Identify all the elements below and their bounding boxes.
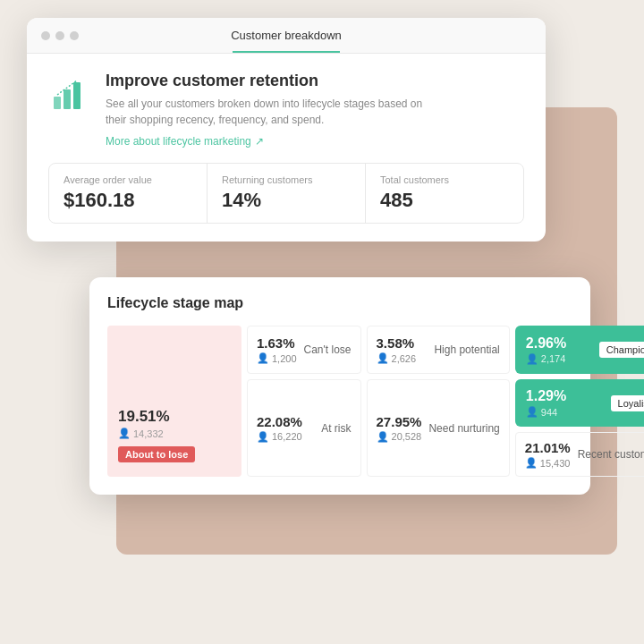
title-bar: Customer breakdown	[27, 18, 546, 54]
about-to-lose-count: 👤 14,332	[118, 428, 231, 439]
cant-lose-data: 1.63% 👤 1,200	[257, 335, 297, 364]
loyalists-percent: 1.29%	[526, 388, 566, 404]
svg-rect-2	[73, 82, 80, 109]
cant-lose-label: Can't lose	[304, 343, 352, 356]
right-col-bottom: 1.29% 👤 944 Loyalists 21.01% 👤 15,430	[515, 379, 644, 477]
loyalists-data: 1.29% 👤 944	[526, 388, 566, 418]
champions-cell: 2.96% 👤 2,174 Champions	[515, 326, 644, 374]
title-underline	[233, 51, 340, 53]
header-description: See all your customers broken down into …	[106, 96, 445, 128]
need-nurturing-count: 👤 20,528	[377, 431, 422, 443]
svg-rect-1	[64, 89, 71, 109]
lifecycle-grid: 19.51% 👤 14,332 About to lose 1.63% 👤 1,…	[107, 326, 572, 477]
maximize-button[interactable]	[70, 31, 79, 40]
metric-label-aov: Average order value	[64, 174, 192, 185]
high-potential-cell: 3.58% 👤 2,626 High potential	[367, 326, 510, 374]
minimize-button[interactable]	[55, 31, 64, 40]
close-button[interactable]	[41, 31, 50, 40]
high-potential-count: 👤 2,626	[377, 352, 428, 364]
person-icon: 👤	[377, 431, 389, 443]
traffic-lights	[41, 31, 79, 40]
svg-rect-0	[54, 97, 61, 109]
metric-value-returning: 14%	[222, 189, 351, 212]
need-nurturing-cell: 27.95% 👤 20,528 Need nurturing	[367, 379, 510, 477]
metric-average-order: Average order value $160.18	[49, 164, 208, 223]
person-icon: 👤	[526, 353, 538, 365]
about-to-lose-cell: 19.51% 👤 14,332 About to lose	[107, 326, 242, 477]
champions-data: 2.96% 👤 2,174	[526, 335, 566, 365]
metric-label-total: Total customers	[380, 174, 509, 185]
person-icon: 👤	[257, 431, 269, 443]
champions-count: 👤 2,174	[526, 353, 566, 365]
external-link-icon: ↗	[255, 135, 264, 148]
recent-customers-data: 21.01% 👤 15,430	[525, 440, 571, 469]
lifecycle-window: Lifecycle stage map 19.51% 👤 14,332 Abou…	[89, 277, 590, 495]
metric-total: Total customers 485	[366, 164, 523, 223]
metrics-row: Average order value $160.18 Returning cu…	[48, 163, 524, 224]
recent-customers-count: 👤 15,430	[525, 457, 571, 469]
metric-value-total: 485	[380, 189, 509, 212]
header-section: Improve customer retention See all your …	[27, 54, 546, 163]
need-nurturing-percent: 27.95%	[377, 414, 422, 429]
loyalists-cell: 1.29% 👤 944 Loyalists	[515, 379, 644, 427]
metric-label-returning: Returning customers	[222, 174, 351, 185]
recent-customers-label: Recent customers	[578, 448, 644, 461]
cant-lose-percent: 1.63%	[257, 335, 297, 351]
loyalists-count: 👤 944	[526, 406, 566, 418]
at-risk-percent: 22.08%	[257, 414, 314, 429]
about-to-lose-percent: 19.51%	[118, 408, 231, 426]
high-potential-data: 3.58% 👤 2,626	[377, 335, 428, 364]
champions-badge: Champions	[599, 342, 644, 358]
at-risk-data: 22.08% 👤 16,220	[257, 414, 314, 443]
person-icon: 👤	[377, 352, 389, 364]
customer-breakdown-window: Customer breakdown Improve customer rete…	[27, 18, 546, 242]
champions-percent: 2.96%	[526, 335, 566, 352]
person-icon: 👤	[257, 352, 269, 364]
lifecycle-link[interactable]: More about lifecycle marketing ↗	[106, 135, 264, 148]
recent-customers-cell: 21.01% 👤 15,430 Recent customers	[515, 432, 644, 477]
metric-value-aov: $160.18	[64, 189, 192, 212]
high-potential-label: High potential	[434, 343, 499, 356]
recent-customers-percent: 21.01%	[525, 440, 571, 455]
bar-chart-icon	[48, 72, 91, 114]
high-potential-percent: 3.58%	[377, 335, 428, 351]
at-risk-label: At risk	[321, 422, 351, 435]
loyalists-badge: Loyalists	[611, 395, 644, 411]
about-to-lose-badge: About to lose	[118, 446, 195, 462]
at-risk-count: 👤 16,220	[257, 431, 314, 443]
lifecycle-link-text: More about lifecycle marketing	[106, 135, 251, 148]
window-title: Customer breakdown	[231, 29, 342, 42]
lifecycle-title: Lifecycle stage map	[107, 295, 572, 311]
person-icon: 👤	[118, 428, 131, 439]
cant-lose-count: 👤 1,200	[257, 352, 297, 364]
need-nurturing-label: Need nurturing	[428, 422, 499, 435]
need-nurturing-data: 27.95% 👤 20,528	[377, 414, 422, 443]
metric-returning: Returning customers 14%	[208, 164, 366, 223]
at-risk-cell: 22.08% 👤 16,220 At risk	[247, 379, 361, 477]
header-title: Improve customer retention	[106, 72, 445, 90]
header-text: Improve customer retention See all your …	[106, 72, 445, 148]
person-icon: 👤	[526, 406, 538, 418]
person-icon: 👤	[525, 457, 538, 469]
cant-lose-cell: 1.63% 👤 1,200 Can't lose	[247, 326, 361, 374]
